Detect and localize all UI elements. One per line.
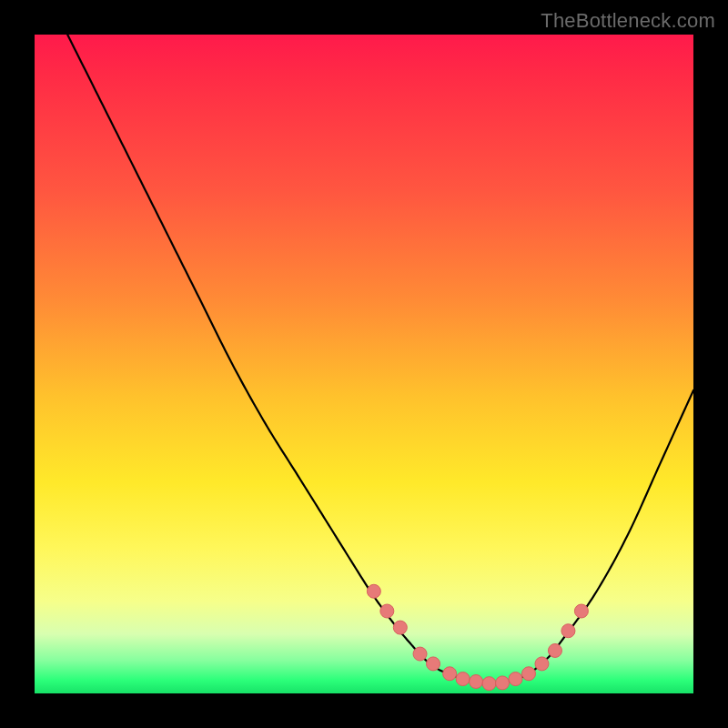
curve-marker xyxy=(456,672,470,686)
curve-marker xyxy=(367,584,380,598)
bottleneck-curve xyxy=(35,35,693,693)
curve-marker xyxy=(380,604,394,618)
curve-marker xyxy=(496,676,510,690)
watermark-text: TheBottleneck.com xyxy=(541,9,715,33)
curve-marker xyxy=(427,657,440,671)
curve-marker xyxy=(522,667,536,681)
curve-marker xyxy=(574,604,588,618)
curve-marker xyxy=(535,657,549,671)
curve-line xyxy=(67,35,693,683)
curve-marker xyxy=(413,647,427,661)
plot-area xyxy=(35,35,693,693)
curve-marker xyxy=(393,621,407,634)
curve-marker xyxy=(443,667,457,681)
curve-marker xyxy=(470,674,483,688)
chart-frame: TheBottleneck.com xyxy=(0,0,728,728)
curve-marker xyxy=(509,672,522,686)
curve-marker xyxy=(482,677,496,691)
curve-marker xyxy=(548,643,561,657)
curve-markers xyxy=(367,584,588,690)
curve-marker xyxy=(561,624,575,638)
